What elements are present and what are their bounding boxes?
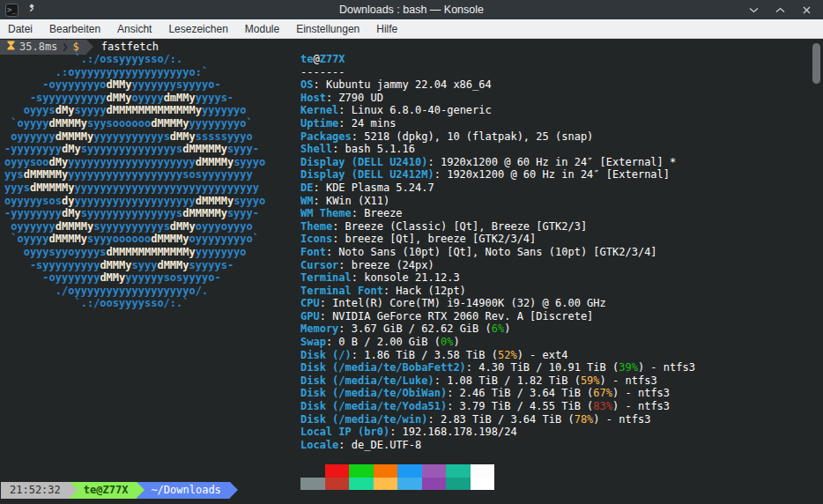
prompt-symbol: $: [73, 41, 79, 54]
info-line: GPU: NVIDIA GeForce RTX 2060 Rev. A [Dis…: [300, 310, 695, 323]
info-line: Disk (/): 1.86 TiB / 3.58 TiB (52%) - ex…: [300, 349, 695, 362]
info-line: Swap: 0 B / 2.00 GiB (0%): [300, 336, 695, 349]
info-line: DE: KDE Plasma 5.24.7: [300, 182, 695, 195]
close-button[interactable]: [800, 4, 812, 16]
info-line: CPU: Intel(R) Core(TM) i9-14900K (32) @ …: [300, 297, 695, 310]
art-line: -oyyyyyyydMMyyyyyyysosyyyyo-: [4, 271, 265, 285]
color-swatch: [422, 464, 447, 478]
info-line: Disk (/media/te/win): 2.83 TiB / 3.64 Ti…: [300, 413, 695, 426]
color-swatch: [397, 464, 422, 478]
info-line: Disk (/media/te/ObiWan): 2.46 TiB / 3.64…: [300, 387, 695, 400]
user-host-segment: te@Z77X: [70, 482, 137, 499]
art-line: `oyyyydMMMMysyyyoooooodMMMMyoyyyyyyyyo`: [4, 233, 265, 246]
color-swatch: [349, 464, 374, 478]
konsole-app-icon: >_: [5, 4, 19, 17]
info-line: Cursor: breeze (24px): [300, 259, 695, 272]
art-line: -oyyyyyyyodMMyyyyyyyysyyyyo-: [4, 78, 265, 92]
color-swatch: [374, 464, 398, 478]
fastfetch-info: te@Z77X-------OS: Kubuntu jammy 22.04 x8…: [300, 53, 695, 490]
powerline-arrow: [86, 40, 93, 54]
color-swatch: [471, 464, 495, 478]
title-bar[interactable]: >_ Downloads : bash — Konsole: [0, 0, 823, 19]
info-line: Disk (/media/te/BobaFett2): 4.30 TiB / 1…: [300, 361, 695, 374]
art-line: -syyyyyyyyyydMMyoyyyydmMMyyyyys-: [4, 92, 265, 105]
powerline-arrow: [137, 482, 145, 498]
kubuntu-ascii-logo: `.:/ossyyyysso/:. .:oyyyyyyyyyyyyyyyyyyo…: [4, 53, 265, 310]
pin-icon[interactable]: [26, 4, 36, 17]
color-swatch: [300, 478, 325, 491]
powerline-arrow: [230, 482, 238, 498]
info-line: WM Theme: Breeze: [300, 207, 695, 220]
palette-row2: [300, 478, 695, 491]
info-line: Local IP (br0): 192.168.178.198/24: [300, 426, 695, 439]
color-swatch: [397, 478, 422, 491]
info-line: Disk (/media/te/Luke): 1.08 TiB / 1.82 T…: [300, 374, 695, 388]
menu-item-lesezeichen[interactable]: Lesezeichen: [168, 23, 227, 35]
color-swatch: [374, 478, 398, 491]
info-line: Display (DELL U2410): 1920x1200 @ 60 Hz …: [300, 156, 695, 169]
art-line: -yyyyyyyydMysyyyyyyyyyyyyyysdMMMMMysyyy-: [4, 143, 265, 156]
working-directory-segment: ~/Downloads: [137, 482, 229, 499]
art-line: oyyysyyoyyyysdMMMMMMMMMMMMyyyyyyyyo: [4, 246, 265, 259]
maximize-button[interactable]: [774, 4, 786, 16]
info-line: Terminal Font: Hack (12pt): [300, 285, 695, 298]
info-line: Uptime: 24 mins: [300, 117, 695, 130]
color-swatch: [422, 478, 447, 491]
info-line: Font: Noto Sans (10pt) [Qt], Noto Sans (…: [300, 246, 695, 259]
info-line: OS: Kubuntu jammy 22.04 x86_64: [300, 78, 695, 92]
art-line: oyyyyyydMMMMyyyyyyyyyyyysdMMysssssyyyo: [4, 130, 265, 144]
art-line: oyyyyyydMMMMysyyyyyyyyyysdMMyoyyyoyyyo: [4, 220, 265, 233]
info-line: te@Z77X: [300, 53, 695, 66]
powerline-arrow: [70, 482, 78, 498]
ansi-color-palette: [300, 464, 695, 490]
art-line: yyysdMMMMMyyyyyyyyyyyyyyyyyyyyyyyyyyyyyy: [4, 182, 265, 195]
palette-row1: [300, 464, 695, 478]
art-line: oyyyyysosdyyyyyyyyyyyyyyyyyyyydMMMMysyyy…: [4, 195, 265, 208]
menu-item-bearbeiten[interactable]: Bearbeiten: [49, 23, 100, 35]
art-line: -yyyyyyyydMysyyyyyyyyyyyyyysdMMMMMysyyy-: [4, 207, 265, 220]
window-controls: [747, 4, 823, 16]
color-swatch: [446, 478, 471, 491]
minimize-button[interactable]: [747, 4, 760, 16]
info-line: Shell: bash 5.1.16: [300, 143, 695, 156]
art-line: `oyyyydMMMMysyysoooooodMMMMyyyyyyyyyo`: [4, 117, 265, 130]
color-swatch: [325, 478, 350, 491]
color-swatch: [446, 464, 471, 478]
art-line: `.:/oosyyyysso/:.`: [4, 297, 265, 310]
menu-bar: DateiBearbeitenAnsichtLesezeichenModuleE…: [0, 19, 823, 39]
menu-item-ansicht[interactable]: Ansicht: [117, 23, 152, 35]
menu-item-hilfe[interactable]: Hilfe: [376, 23, 397, 35]
color-swatch: [325, 464, 350, 478]
color-swatch: [300, 464, 325, 478]
art-line: oyyysdMysyyyydMMMMMMMMMMMMMyyyyyyyo: [4, 104, 265, 117]
info-line: Host: Z790 UD: [300, 92, 695, 105]
menu-item-einstellungen[interactable]: Einstellungen: [296, 23, 360, 35]
info-line: Locale: de_DE.UTF-8: [300, 439, 695, 452]
titlebar-icons: >_: [0, 4, 194, 17]
terminal-area[interactable]: 35.8ms ❯ $ fastfetch `.:/ossyyyysso/:. .…: [0, 39, 823, 504]
menu-item-module[interactable]: Module: [245, 23, 279, 35]
konsole-window: >_ Downloads : bash — Konsole DateiBearb…: [0, 0, 823, 504]
info-line: Packages: 5218 (dpkg), 10 (flatpak), 25 …: [300, 130, 695, 144]
info-line: Disk (/media/te/Yoda51): 3.79 TiB / 4.55…: [300, 400, 695, 413]
prompt-chevron: ❯: [62, 41, 68, 54]
art-line: yysdMMMMMyyyyyyyyyyyyyyyyyyysosyyyyyyyy: [4, 168, 265, 182]
art-line: ./oyyyyyyyyyyyyyyyyyyo/.: [4, 285, 265, 298]
hourglass-icon: [7, 41, 15, 54]
clock-segment: 21:52:32: [1, 482, 70, 499]
info-line: Theme: Breeze (Classic) [Qt], Breeze [GT…: [300, 220, 695, 233]
art-line: -syyyyyyyyydMMMysyyydMMMysyyyys-: [4, 259, 265, 272]
bottom-prompt-bar: 21:52:32 te@Z77X ~/Downloads: [1, 482, 238, 499]
color-swatch: [349, 478, 374, 491]
color-swatch: [471, 478, 495, 491]
menu-item-datei[interactable]: Datei: [8, 23, 33, 35]
info-line: Memory: 3.67 GiB / 62.62 GiB (6%): [300, 322, 695, 336]
info-line: -------: [300, 66, 695, 79]
info-line: Icons: breeze [Qt], breeze [GTK2/3/4]: [300, 233, 695, 246]
art-line: .:oyyyyyyyyyyyyyyyyyyo:`: [4, 66, 265, 79]
command-duration: 35.8ms: [19, 41, 57, 54]
info-line: Terminal: konsole 21.12.3: [300, 271, 695, 285]
art-line: oyyysoodMyyyyyyyyyyyyyyyyyyyyydMMMMysyyy…: [4, 156, 265, 169]
scrollbar-thumb[interactable]: [812, 43, 820, 84]
info-line: Display (DELL U2412M): 1920x1200 @ 60 Hz…: [300, 168, 695, 182]
